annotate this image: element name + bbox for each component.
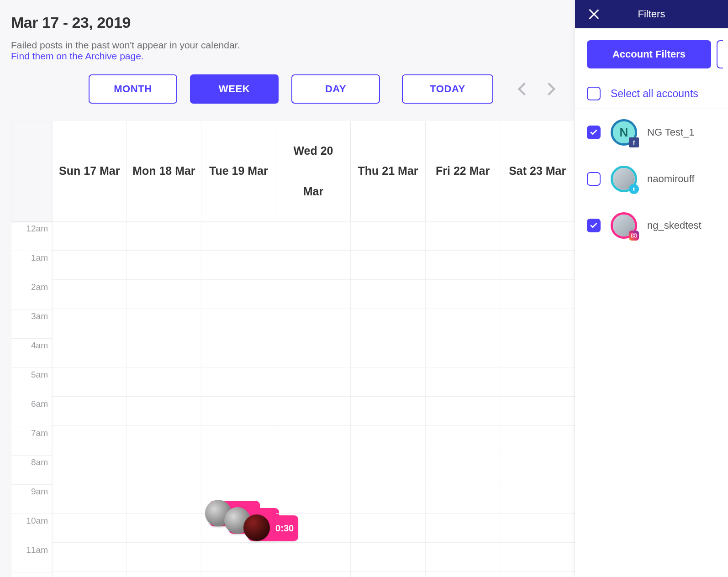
hour-cell[interactable] — [351, 514, 425, 543]
hour-cell[interactable] — [426, 280, 500, 309]
hour-cell[interactable] — [127, 543, 201, 572]
hour-cell[interactable] — [201, 221, 276, 251]
hour-cell[interactable] — [500, 338, 575, 367]
hour-cell[interactable] — [53, 397, 127, 426]
select-all-label[interactable]: Select all accounts — [611, 88, 698, 100]
hour-cell[interactable] — [500, 251, 575, 280]
hour-cell[interactable] — [276, 484, 351, 514]
hour-cell[interactable] — [53, 484, 127, 514]
hour-cell[interactable] — [127, 338, 201, 367]
hour-cell[interactable] — [127, 484, 201, 514]
hour-cell[interactable] — [426, 484, 500, 514]
hour-cell[interactable] — [276, 543, 351, 572]
avatar[interactable] — [611, 212, 637, 239]
account-checkbox[interactable] — [587, 219, 601, 232]
hour-cell[interactable] — [53, 309, 127, 338]
hour-cell[interactable] — [53, 514, 127, 543]
hour-cell[interactable] — [500, 543, 575, 572]
hour-cell[interactable] — [276, 455, 351, 484]
hour-cell[interactable] — [53, 367, 127, 397]
hour-cell[interactable] — [127, 397, 201, 426]
hour-cell[interactable] — [276, 338, 351, 367]
prev-week-icon[interactable] — [518, 83, 531, 95]
hour-cell[interactable] — [351, 484, 425, 514]
hour-cell[interactable] — [426, 367, 500, 397]
view-week-button[interactable]: WEEK — [190, 74, 279, 104]
hour-cell[interactable] — [500, 455, 575, 484]
hour-cell[interactable] — [351, 251, 425, 280]
filter-tab-peek[interactable] — [717, 40, 723, 68]
hour-cell[interactable] — [127, 309, 201, 338]
avatar[interactable]: Nf — [611, 119, 637, 146]
hour-cell[interactable] — [276, 309, 351, 338]
view-day-button[interactable]: DAY — [291, 74, 380, 104]
hour-cell[interactable] — [201, 367, 276, 397]
hour-cell[interactable] — [127, 426, 201, 455]
hour-cell[interactable] — [426, 221, 500, 251]
hour-cell[interactable] — [351, 338, 425, 367]
hour-cell[interactable] — [201, 309, 276, 338]
hour-cell[interactable] — [127, 251, 201, 280]
hour-cell[interactable] — [426, 251, 500, 280]
hour-cell[interactable] — [53, 251, 127, 280]
notice-link[interactable]: Find them on the Archive page. — [11, 51, 144, 61]
hour-cell[interactable] — [276, 426, 351, 455]
hour-cell[interactable] — [500, 280, 575, 309]
hour-cell[interactable] — [53, 280, 127, 309]
view-month-button[interactable]: MONTH — [89, 74, 177, 104]
hour-cell[interactable] — [276, 221, 351, 251]
hour-cell[interactable] — [276, 367, 351, 397]
hour-cell[interactable] — [53, 221, 127, 251]
hour-cell[interactable] — [201, 426, 276, 455]
hour-cell[interactable] — [500, 397, 575, 426]
hour-cell[interactable] — [351, 426, 425, 455]
hour-cell[interactable] — [500, 309, 575, 338]
hour-cell[interactable] — [351, 309, 425, 338]
hour-cell[interactable] — [426, 338, 500, 367]
avatar[interactable]: t — [611, 166, 637, 192]
account-checkbox[interactable] — [587, 126, 601, 139]
hour-cell[interactable] — [426, 397, 500, 426]
hour-cell[interactable] — [426, 455, 500, 484]
hour-cell[interactable] — [53, 543, 127, 572]
hour-cell[interactable] — [201, 397, 276, 426]
hour-cell[interactable] — [426, 543, 500, 572]
next-week-icon[interactable] — [543, 83, 555, 95]
hour-cell[interactable] — [53, 338, 127, 367]
hour-cell[interactable] — [276, 397, 351, 426]
hour-cell[interactable] — [127, 514, 201, 543]
hour-cell[interactable] — [127, 367, 201, 397]
hour-cell[interactable] — [351, 367, 425, 397]
hour-cell[interactable] — [201, 251, 276, 280]
hour-cell[interactable] — [351, 397, 425, 426]
hour-cell[interactable] — [127, 280, 201, 309]
event-thumbnail[interactable] — [243, 514, 270, 541]
hour-cell[interactable] — [500, 367, 575, 397]
hour-cell[interactable] — [351, 221, 425, 251]
hour-cell[interactable] — [351, 455, 425, 484]
account-checkbox[interactable] — [587, 172, 601, 186]
hour-cell[interactable] — [127, 455, 201, 484]
hour-cell[interactable] — [276, 280, 351, 309]
hour-cell[interactable] — [426, 426, 500, 455]
hour-cell[interactable] — [127, 221, 201, 251]
hour-cell[interactable] — [500, 426, 575, 455]
hour-cell[interactable] — [201, 455, 276, 484]
close-icon[interactable] — [588, 8, 600, 20]
account-filters-button[interactable]: Account Filters — [587, 40, 711, 68]
today-button[interactable]: TODAY — [402, 74, 493, 104]
hour-cell[interactable] — [426, 514, 500, 543]
hour-cell[interactable] — [276, 514, 351, 543]
hour-cell[interactable] — [201, 280, 276, 309]
hour-cell[interactable] — [426, 309, 500, 338]
hour-cell[interactable] — [201, 338, 276, 367]
hour-cell[interactable] — [351, 543, 425, 572]
hour-cell[interactable] — [500, 484, 575, 514]
hour-cell[interactable] — [53, 455, 127, 484]
hour-cell[interactable] — [500, 221, 575, 251]
hour-cell[interactable] — [276, 251, 351, 280]
hour-cell[interactable] — [351, 280, 425, 309]
hour-cell[interactable] — [201, 543, 276, 572]
hour-cell[interactable] — [500, 514, 575, 543]
select-all-checkbox[interactable] — [587, 87, 601, 100]
